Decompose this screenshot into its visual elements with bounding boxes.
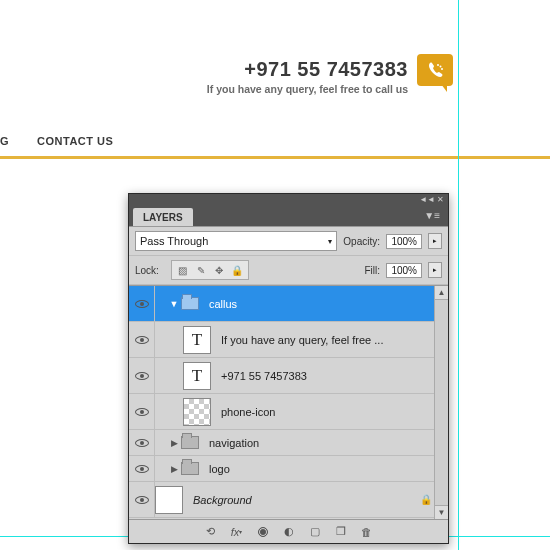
phone-speech-icon <box>417 54 453 86</box>
visibility-toggle[interactable] <box>129 456 155 481</box>
opacity-label: Opacity: <box>343 236 380 247</box>
layer-name[interactable]: +971 55 7457383 <box>221 370 307 382</box>
layers-panel: ◄◄ ✕ LAYERS ▼≡ Pass Through ▾ Opacity: 1… <box>128 193 449 544</box>
lock-label: Lock: <box>135 265 159 276</box>
visibility-toggle[interactable] <box>129 322 155 357</box>
lock-pixels-icon[interactable]: ✎ <box>194 263 208 277</box>
panel-footer: ⟲ fx▾ ◐ ▢ ❐ 🗑 <box>129 519 448 543</box>
layer-name[interactable]: navigation <box>209 437 259 449</box>
close-panel-icon[interactable]: ✕ <box>437 195 444 204</box>
layer-row[interactable]: phone-icon <box>129 394 448 430</box>
layer-row[interactable]: T+971 55 7457383 <box>129 358 448 394</box>
adjustment-layer-icon[interactable]: ◐ <box>281 524 297 540</box>
scroll-up-icon[interactable]: ▲ <box>435 286 448 300</box>
layer-row[interactable]: Background🔒 <box>129 482 448 518</box>
layer-name[interactable]: logo <box>209 463 230 475</box>
folder-disclosure-icon[interactable]: ▼ <box>169 299 179 309</box>
eye-icon <box>135 372 149 380</box>
folder-disclosure-icon[interactable]: ▶ <box>169 464 179 474</box>
layer-list: ▲ ▼ ▼callusTIf you have any query, feel … <box>129 285 448 519</box>
phone-tagline: If you have any query, feel free to call… <box>207 83 408 95</box>
phone-block: +971 55 7457383 If you have any query, f… <box>207 58 408 95</box>
phone-number: +971 55 7457383 <box>207 58 408 81</box>
panel-tabs: LAYERS ▼≡ <box>129 204 448 226</box>
fill-slider-btn[interactable]: ▸ <box>428 262 442 278</box>
visibility-toggle[interactable] <box>129 286 155 321</box>
layer-mask-icon[interactable] <box>255 524 271 540</box>
guide-vertical[interactable] <box>458 0 459 550</box>
delete-layer-icon[interactable]: 🗑 <box>359 524 375 540</box>
opacity-input[interactable]: 100% <box>386 234 422 249</box>
fill-input[interactable]: 100% <box>386 263 422 278</box>
raster-layer-thumb <box>183 398 211 426</box>
panel-menu-icon[interactable]: ▼≡ <box>420 208 444 223</box>
folder-disclosure-icon[interactable]: ▶ <box>169 438 179 448</box>
nav-underline <box>0 156 550 159</box>
layer-row[interactable]: ▶navigation <box>129 430 448 456</box>
folder-icon <box>179 295 201 313</box>
eye-icon <box>135 408 149 416</box>
scroll-down-icon[interactable]: ▼ <box>435 505 448 519</box>
layer-name[interactable]: phone-icon <box>221 406 275 418</box>
lock-icon: 🔒 <box>420 494 432 505</box>
opacity-slider-btn[interactable]: ▸ <box>428 233 442 249</box>
blend-mode-select[interactable]: Pass Through ▾ <box>135 231 337 251</box>
visibility-toggle[interactable] <box>129 482 155 517</box>
svg-point-2 <box>441 68 443 70</box>
lock-transparency-icon[interactable]: ▨ <box>176 263 190 277</box>
blend-row: Pass Through ▾ Opacity: 100% ▸ <box>129 227 448 256</box>
design-canvas: +971 55 7457383 If you have any query, f… <box>0 0 550 170</box>
collapse-icon[interactable]: ◄◄ <box>419 195 435 204</box>
folder-icon <box>179 434 201 452</box>
link-layers-icon[interactable]: ⟲ <box>203 524 219 540</box>
eye-icon <box>135 496 149 504</box>
svg-point-1 <box>440 66 442 68</box>
eye-icon <box>135 465 149 473</box>
lock-icon-group: ▨ ✎ ✥ 🔒 <box>171 260 249 280</box>
visibility-toggle[interactable] <box>129 358 155 393</box>
layer-row[interactable]: ▼callus <box>129 286 448 322</box>
eye-icon <box>135 300 149 308</box>
lock-position-icon[interactable]: ✥ <box>212 263 226 277</box>
bg-layer-thumb <box>155 486 183 514</box>
layer-row[interactable]: ▶logo <box>129 456 448 482</box>
eye-icon <box>135 439 149 447</box>
new-group-icon[interactable]: ▢ <box>307 524 323 540</box>
layer-name[interactable]: If you have any query, feel free ... <box>221 334 383 346</box>
fill-label: Fill: <box>364 265 380 276</box>
layer-style-icon[interactable]: fx▾ <box>229 524 245 540</box>
folder-icon <box>179 460 201 478</box>
text-layer-thumb: T <box>183 326 211 354</box>
tab-layers[interactable]: LAYERS <box>133 208 193 226</box>
svg-point-0 <box>437 64 439 66</box>
layer-name[interactable]: callus <box>209 298 237 310</box>
scrollbar[interactable]: ▲ ▼ <box>434 286 448 519</box>
panel-header-bar[interactable]: ◄◄ ✕ <box>129 194 448 204</box>
layer-name[interactable]: Background <box>193 494 252 506</box>
text-layer-thumb: T <box>183 362 211 390</box>
eye-icon <box>135 336 149 344</box>
visibility-toggle[interactable] <box>129 394 155 429</box>
new-layer-icon[interactable]: ❐ <box>333 524 349 540</box>
lock-all-icon[interactable]: 🔒 <box>230 263 244 277</box>
lock-row: Lock: ▨ ✎ ✥ 🔒 Fill: 100% ▸ <box>129 256 448 285</box>
layer-row[interactable]: TIf you have any query, feel free ... <box>129 322 448 358</box>
visibility-toggle[interactable] <box>129 430 155 455</box>
